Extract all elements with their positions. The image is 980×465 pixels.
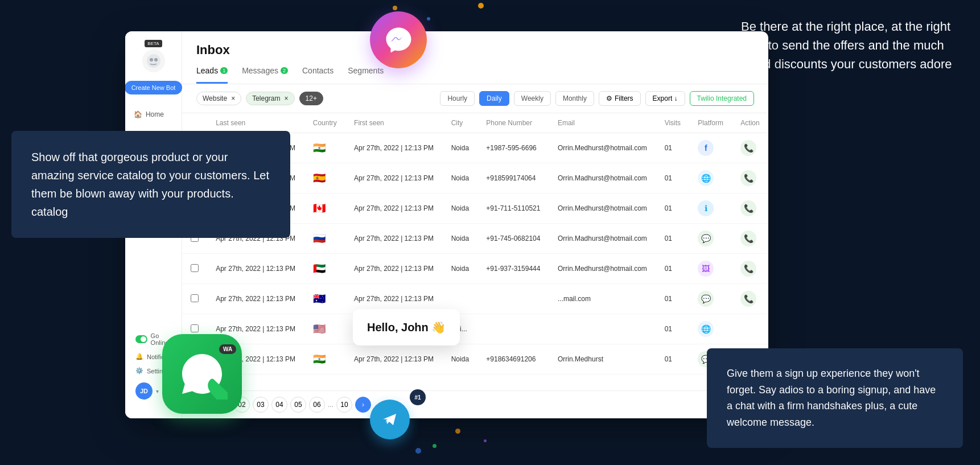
page-btn-5[interactable]: 05 [290,397,306,413]
top-right-text: Be there at the right place, at the righ… [741,17,957,73]
filters-button[interactable]: ⚙ Filters [599,91,641,106]
row-last-seen: Apr 27th, 2022 | 12:13 PM [207,254,304,284]
row-action [732,314,768,344]
row-platform: f [689,133,732,163]
time-btn-daily[interactable]: Daily [479,91,509,106]
inbox-header: Inbox Leads 1 Messages 2 Contacts Segmen… [182,31,768,84]
left-promo-text: Show off that gorgeous product or your a… [31,151,269,218]
row-visits: 01 [656,224,690,254]
telegram-icon [370,400,410,439]
row-phone: +918599174064 [477,163,549,194]
row-action: 📞 [732,194,768,224]
col-phone: Phone Number [477,113,549,133]
row-phone: +918634691206 [477,344,549,375]
filter-bar: Website × Telegram × 12+ Hourly Daily We… [182,84,768,113]
avatar-initials: JD [140,388,148,394]
row-country: 🇷🇺 [304,224,345,254]
bot-logo [142,50,165,72]
page-btn-6[interactable]: 06 [309,397,325,413]
page-btn-3[interactable]: 03 [253,397,269,413]
filter-tag-telegram[interactable]: Telegram × [246,92,294,105]
platform-icon-wa: 💬 [698,231,714,246]
inbox-title: Inbox [196,43,754,57]
time-filters: Hourly Daily Weekly Monthly ⚙ Filters Ex… [440,91,754,106]
row-email: Orrin.Medhurst [549,344,656,375]
create-bot-button[interactable]: Create New Bot [125,81,182,94]
row-phone: +91-745-0682104 [477,224,549,254]
wa-badge: WA [219,344,236,354]
col-platform: Platform [689,113,732,133]
row-platform: ℹ [689,194,732,224]
row-first-seen: Apr 27th, 2022 | 12:13 PM [345,133,443,163]
export-button[interactable]: Export ↓ [645,91,685,106]
col-visits: Visits [656,113,690,133]
page-btn-4[interactable]: 04 [271,397,287,413]
filter-tag-website[interactable]: Website × [196,92,241,105]
col-action: Action [732,113,768,133]
svg-point-1 [147,54,160,68]
call-icon[interactable]: 📞 [740,291,756,307]
row-platform: 🖼 [689,254,732,284]
tab-segments[interactable]: Segments [348,66,384,84]
row-visits: 01 [656,133,690,163]
row-city: Noida [443,254,478,284]
platform-icon-wa2: 💬 [698,291,714,307]
svg-text:W: W [195,364,210,381]
page-btn-10[interactable]: 10 [336,397,352,413]
go-online-toggle[interactable] [135,335,147,343]
time-btn-weekly[interactable]: Weekly [514,91,551,106]
row-city: Noida [443,344,478,375]
svg-point-2 [150,58,153,61]
tab-contacts[interactable]: Contacts [302,66,333,84]
time-btn-hourly[interactable]: Hourly [440,91,475,106]
website-close-icon[interactable]: × [231,94,235,102]
row-action: 📞 [732,224,768,254]
row-visits: 01 [656,254,690,284]
platform-icon-info: ℹ [698,200,714,216]
row-action: 📞 [732,133,768,163]
row-checkbox[interactable] [182,284,207,314]
row-email: Orrin.Medhurst@hotmail.com [549,133,656,163]
badge-number-1: #1 [410,389,426,405]
platform-icon-web: 🌐 [698,170,714,186]
filter-tag-more[interactable]: 12+ [299,92,323,105]
row-country: 🇺🇸 [304,314,345,344]
row-first-seen: Apr 27th, 2022 | 12:13 PM [345,224,443,254]
tab-leads[interactable]: Leads 1 [196,66,228,84]
filter-icon: ⚙ [606,94,612,102]
sidebar-item-home[interactable]: 🏠 Home [128,106,179,123]
call-icon[interactable]: 📞 [740,140,756,156]
row-country: 🇪🇸 [304,163,345,194]
row-city: Noida [443,163,478,194]
call-icon[interactable]: 📞 [740,261,756,277]
row-action: 📞 [732,254,768,284]
col-city: City [443,113,478,133]
time-btn-monthly[interactable]: Monthly [555,91,594,106]
row-first-seen: Apr 27th, 2022 | 12:13 PM [345,194,443,224]
row-phone [477,314,549,344]
row-action: 📞 [732,163,768,194]
next-page-button[interactable]: › [355,397,371,413]
call-icon[interactable]: 📞 [740,200,756,216]
tab-messages[interactable]: Messages 2 [242,66,288,84]
twilio-integrated-button[interactable]: Twilio Integrated [690,91,754,106]
telegram-close-icon[interactable]: × [285,94,289,102]
call-icon[interactable]: 📞 [740,231,756,246]
row-first-seen: Apr 27th, 2022 | 12:13 PM [345,344,443,375]
tab-leads-label: Leads [196,66,218,75]
row-phone: +91-937-3159444 [477,254,549,284]
page-ellipsis: ... [328,401,333,409]
tab-segments-label: Segments [348,66,384,75]
col-last-seen: Last seen [207,113,304,133]
row-checkbox[interactable] [182,254,207,284]
hello-popup-text: Hello, John 👋 [367,321,446,334]
svg-point-3 [154,58,158,61]
row-email [549,314,656,344]
call-icon[interactable]: 📞 [740,170,756,186]
bottom-right-promo-text: Give them a sign up experience they won'… [727,368,936,428]
row-phone [477,284,549,314]
row-last-seen: Apr 27th, 2022 | 12:13 PM [207,284,304,314]
platform-icon-fb: f [698,140,714,156]
bottom-right-promo-block: Give them a sign up experience they won'… [707,348,963,448]
bell-icon: 🔔 [135,353,143,360]
